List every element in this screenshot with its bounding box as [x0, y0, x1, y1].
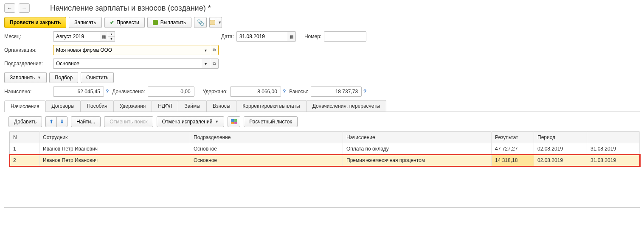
clear-button[interactable]: Очистить [81, 72, 114, 83]
chevron-down-icon: ▾ [205, 61, 207, 66]
dept-input[interactable] [53, 59, 202, 69]
tab-deductions[interactable]: Удержания [113, 100, 152, 112]
month-calendar-button[interactable]: ▦ [100, 31, 108, 42]
col-period-to[interactable] [587, 132, 640, 143]
col-accrual[interactable]: Начисление [343, 132, 492, 143]
post-button-label: Провести [117, 20, 139, 25]
org-dropdown-button[interactable]: ▾ [202, 45, 210, 55]
cell-period-from: 02.08.2019 [534, 155, 587, 166]
contrib-label: Взносы: [289, 89, 308, 95]
withheld-label: Удержано: [203, 89, 228, 95]
save-button[interactable]: Записать [69, 17, 101, 28]
accrued-value: 62 045,45 [53, 87, 104, 97]
col-period[interactable]: Период [534, 132, 587, 143]
cell-accrual: Премия ежемесячная процентом [343, 155, 492, 166]
add-row-button[interactable]: Добавить [8, 116, 42, 127]
cancel-fix-button[interactable]: Отмена исправлений ▼ [157, 116, 225, 127]
accrued-label: Начислено: [4, 89, 53, 95]
month-spin-up[interactable]: ▲ [108, 31, 115, 36]
chevron-up-icon: ▲ [110, 33, 113, 36]
tab-corrections[interactable]: Корректировки выплаты [236, 100, 306, 112]
cell-department: Основное [190, 143, 343, 155]
post-and-close-button[interactable]: Провести и закрыть [4, 17, 66, 28]
number-input[interactable] [324, 31, 366, 42]
cell-period-to: 31.08.2019 [587, 155, 640, 166]
attach-button[interactable]: 📎 [194, 17, 207, 28]
pick-button[interactable]: Подбор [49, 72, 78, 83]
dept-field-group: ▾ ⧉ [53, 59, 219, 69]
fill-button-label: Заполнить [10, 75, 35, 81]
cell-n: 1 [10, 143, 39, 155]
find-button[interactable]: Найти... [71, 116, 101, 127]
extra-accrued-value: 0,00 [148, 87, 194, 97]
nav-back-button[interactable]: ← [4, 3, 15, 13]
tab-contributions[interactable]: Взносы [206, 100, 236, 112]
col-n[interactable]: N [10, 132, 39, 143]
cell-accrual: Оплата по окладу [343, 143, 492, 155]
cell-result: 14 318,18 [492, 155, 534, 166]
dept-dropdown-button[interactable]: ▾ [202, 59, 210, 69]
table-row[interactable]: 2 Иванов Петр Иванович Основное Премия е… [10, 155, 640, 166]
month-spin-down[interactable]: ▼ [108, 36, 115, 42]
tab-loans[interactable]: Займы [178, 100, 207, 112]
check-icon: ✔ [110, 20, 114, 25]
col-department[interactable]: Подразделение [190, 132, 343, 143]
col-employee[interactable]: Сотрудник [39, 132, 190, 143]
date-field-group: ▦ [236, 31, 296, 42]
date-label: Дата: [221, 33, 234, 39]
tab-contracts[interactable]: Договоры [45, 100, 81, 112]
date-input[interactable] [236, 31, 287, 42]
fill-button[interactable]: Заполнить ▼ [4, 72, 47, 83]
cell-period-to: 31.08.2019 [587, 143, 640, 155]
arrow-up-icon: ⬆ [49, 119, 53, 125]
open-icon: ⧉ [213, 47, 216, 53]
tab-bar: Начисления Договоры Пособия Удержания НД… [4, 100, 640, 112]
arrow-down-icon: ⬇ [60, 119, 64, 125]
chevron-down-icon: ▼ [37, 75, 41, 80]
calc-sheet-button[interactable]: Расчетный листок [244, 116, 297, 127]
contrib-value: 18 737,73 [311, 87, 362, 97]
tab-ndfl[interactable]: НДФЛ [152, 100, 178, 112]
pay-button[interactable]: Выплатить [147, 17, 192, 28]
cell-period-from: 02.08.2019 [534, 143, 587, 155]
move-down-button[interactable]: ⬇ [56, 116, 67, 127]
misc-icon [210, 20, 215, 25]
more-button[interactable]: ▼ [209, 17, 222, 28]
chevron-down-icon: ▼ [218, 20, 222, 25]
move-up-button[interactable]: ⬆ [45, 116, 56, 127]
accruals-table: N Сотрудник Подразделение Начисление Рез… [9, 131, 640, 166]
calendar-icon: ▦ [102, 34, 106, 39]
org-open-button[interactable]: ⧉ [210, 45, 219, 55]
dept-open-button[interactable]: ⧉ [210, 59, 219, 69]
tab-benefits[interactable]: Пособия [80, 100, 113, 112]
arrow-right-icon: → [22, 5, 27, 11]
org-label: Организация: [4, 47, 53, 53]
date-calendar-button[interactable]: ▦ [287, 31, 296, 42]
tab-extra[interactable]: Доначисления, перерасчеты [306, 100, 386, 112]
month-label: Месяц: [4, 33, 53, 39]
col-result[interactable]: Результат [492, 132, 534, 143]
org-field-group: ▾ ⧉ [53, 45, 219, 55]
table-header-row: N Сотрудник Подразделение Начисление Рез… [10, 132, 640, 143]
nav-forward-button[interactable]: → [19, 3, 30, 13]
move-row-group: ⬆ ⬇ [45, 116, 67, 127]
cancel-search-button[interactable]: Отменить поиск [104, 116, 153, 127]
dept-label: Подразделение: [4, 61, 53, 67]
chevron-down-icon: ▼ [215, 120, 219, 124]
grid-settings-button[interactable] [228, 116, 240, 127]
tab-accruals[interactable]: Начисления [4, 100, 46, 112]
contrib-help[interactable]: ? [363, 89, 366, 95]
accrued-help[interactable]: ? [106, 89, 109, 95]
month-field-group: ▦ ▲ ▼ [53, 31, 115, 42]
calendar-icon: ▦ [290, 34, 293, 39]
pay-icon [153, 20, 158, 25]
arrow-left-icon: ← [7, 5, 12, 11]
grid-icon [231, 119, 237, 124]
cancel-fix-label: Отмена исправлений [162, 119, 213, 125]
org-input[interactable] [53, 45, 202, 55]
table-row[interactable]: 1 Иванов Петр Иванович Основное Оплата п… [10, 143, 640, 155]
withheld-help[interactable]: ? [283, 89, 286, 95]
post-button[interactable]: ✔ Провести [104, 17, 145, 28]
number-label: Номер: [304, 33, 321, 39]
month-input[interactable] [53, 31, 100, 42]
